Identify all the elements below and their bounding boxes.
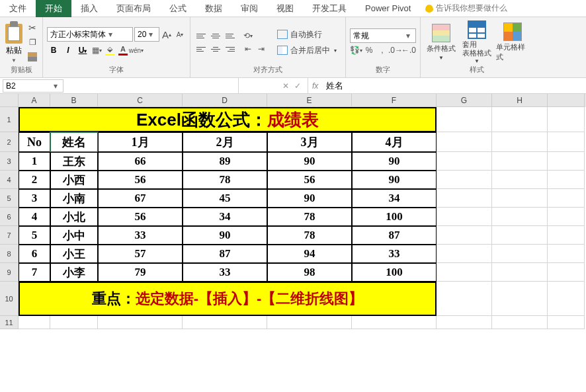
font-name-select[interactable]: 方正小标宋简体▾ bbox=[47, 27, 133, 42]
cell-styles-button[interactable]: 单元格样式 bbox=[496, 22, 529, 62]
align-middle-button[interactable] bbox=[209, 30, 222, 42]
data-m4[interactable]: 33 bbox=[352, 245, 437, 263]
header-name[interactable]: 姓名 bbox=[50, 132, 98, 152]
data-no[interactable]: 6 bbox=[19, 245, 50, 263]
cell[interactable] bbox=[492, 132, 548, 152]
data-m1[interactable]: 56 bbox=[98, 208, 183, 226]
align-left-button[interactable] bbox=[194, 43, 208, 55]
data-m4[interactable]: 100 bbox=[352, 208, 437, 226]
header-m2[interactable]: 2月 bbox=[183, 132, 267, 152]
fill-color-button[interactable]: ⬙ bbox=[104, 44, 116, 56]
row-header[interactable]: 8 bbox=[0, 245, 19, 263]
note-cell[interactable]: 重点：选定数据-【插入】-【二维折线图】 bbox=[19, 282, 437, 316]
data-m1[interactable]: 57 bbox=[98, 245, 183, 263]
align-bottom-button[interactable] bbox=[224, 30, 237, 42]
cell[interactable] bbox=[492, 208, 548, 226]
tab-home[interactable]: 开始 bbox=[36, 0, 71, 17]
cell[interactable] bbox=[437, 132, 492, 152]
col-header[interactable]: G bbox=[437, 94, 492, 107]
decrease-font-button[interactable]: A▾ bbox=[174, 28, 186, 40]
data-m4[interactable]: 34 bbox=[352, 189, 437, 208]
data-m3[interactable]: 98 bbox=[267, 263, 352, 282]
data-name-cell[interactable]: 小西 bbox=[50, 171, 98, 189]
cut-button[interactable]: ✂ bbox=[26, 22, 38, 34]
row-header[interactable]: 9 bbox=[0, 263, 19, 282]
cell[interactable] bbox=[548, 132, 585, 152]
data-m2[interactable]: 89 bbox=[183, 152, 267, 171]
data-m3[interactable]: 90 bbox=[267, 152, 352, 171]
tab-pivot[interactable]: Power Pivot bbox=[356, 0, 420, 17]
decrease-decimal-button[interactable]: ←.0 bbox=[403, 44, 415, 56]
data-m3[interactable]: 94 bbox=[267, 245, 352, 263]
header-m1[interactable]: 1月 bbox=[98, 132, 183, 152]
cell[interactable] bbox=[492, 189, 548, 208]
data-m2[interactable]: 78 bbox=[183, 171, 267, 189]
row-header[interactable]: 3 bbox=[0, 152, 19, 171]
data-m4[interactable]: 90 bbox=[352, 171, 437, 189]
data-no[interactable]: 2 bbox=[19, 171, 50, 189]
data-no[interactable]: 3 bbox=[19, 189, 50, 208]
cell[interactable] bbox=[267, 316, 352, 329]
tab-review[interactable]: 审阅 bbox=[231, 0, 267, 17]
header-m3[interactable]: 3月 bbox=[267, 132, 352, 152]
cancel-formula-button[interactable]: ✕ bbox=[282, 81, 289, 91]
data-no[interactable]: 4 bbox=[19, 208, 50, 226]
cell[interactable] bbox=[548, 107, 585, 132]
col-header[interactable]: F bbox=[352, 94, 437, 107]
data-m1[interactable]: 33 bbox=[98, 226, 183, 245]
cell[interactable] bbox=[492, 107, 548, 132]
cell[interactable] bbox=[492, 316, 548, 329]
cell[interactable] bbox=[437, 245, 492, 263]
select-all-corner[interactable] bbox=[0, 94, 19, 107]
cell[interactable] bbox=[437, 189, 492, 208]
align-top-button[interactable] bbox=[194, 30, 208, 42]
data-m1[interactable]: 79 bbox=[98, 263, 183, 282]
cell[interactable] bbox=[437, 263, 492, 282]
cell[interactable] bbox=[98, 316, 183, 329]
increase-font-button[interactable]: A▴ bbox=[161, 28, 173, 40]
col-header[interactable]: A bbox=[19, 94, 50, 107]
sheet-grid[interactable]: A B C D E F G H 1Excel函数公式：成绩表2No姓名1月2月3… bbox=[0, 94, 586, 329]
format-painter-button[interactable] bbox=[26, 51, 38, 63]
phonetic-button[interactable]: wén▾ bbox=[130, 44, 142, 56]
data-no[interactable]: 7 bbox=[19, 263, 50, 282]
data-name-cell[interactable]: 王东 bbox=[50, 152, 98, 171]
row-header[interactable]: 10 bbox=[0, 282, 19, 316]
format-table-button[interactable]: 套用 表格格式▼ bbox=[460, 20, 493, 63]
col-header[interactable]: D bbox=[183, 94, 267, 107]
data-m1[interactable]: 67 bbox=[98, 189, 183, 208]
conditional-format-button[interactable]: 条件格式▼ bbox=[425, 24, 458, 61]
orientation-button[interactable]: ⟲▾ bbox=[242, 30, 254, 42]
data-name-cell[interactable]: 小南 bbox=[50, 189, 98, 208]
cell[interactable] bbox=[548, 245, 585, 263]
name-box[interactable]: B2▾ bbox=[3, 79, 63, 93]
data-m2[interactable]: 33 bbox=[183, 263, 267, 282]
data-m1[interactable]: 66 bbox=[98, 152, 183, 171]
formula-input[interactable]: 姓名 bbox=[322, 80, 586, 92]
cell[interactable] bbox=[492, 171, 548, 189]
cell[interactable] bbox=[437, 208, 492, 226]
accounting-button[interactable]: 💱▾ bbox=[350, 44, 362, 56]
data-m3[interactable]: 90 bbox=[267, 189, 352, 208]
data-m4[interactable]: 90 bbox=[352, 152, 437, 171]
border-button[interactable]: ▦▾ bbox=[91, 44, 103, 56]
data-m3[interactable]: 78 bbox=[267, 226, 352, 245]
row-header[interactable]: 2 bbox=[0, 132, 19, 152]
cell[interactable] bbox=[437, 152, 492, 171]
fx-icon[interactable]: fx bbox=[308, 81, 322, 91]
comma-button[interactable]: , bbox=[376, 44, 388, 56]
tab-view[interactable]: 视图 bbox=[267, 0, 303, 17]
row-header[interactable]: 11 bbox=[0, 316, 19, 329]
col-header[interactable]: C bbox=[98, 94, 183, 107]
data-m2[interactable]: 45 bbox=[183, 189, 267, 208]
row-header[interactable]: 1 bbox=[0, 107, 19, 132]
percent-button[interactable]: % bbox=[363, 44, 375, 56]
title-cell[interactable]: Excel函数公式：成绩表 bbox=[19, 107, 437, 132]
row-header[interactable]: 4 bbox=[0, 171, 19, 189]
font-size-select[interactable]: 20▾ bbox=[134, 27, 159, 42]
align-center-button[interactable] bbox=[209, 43, 222, 55]
data-m4[interactable]: 100 bbox=[352, 263, 437, 282]
data-m3[interactable]: 78 bbox=[267, 208, 352, 226]
cell[interactable] bbox=[492, 263, 548, 282]
cell[interactable] bbox=[437, 282, 492, 316]
